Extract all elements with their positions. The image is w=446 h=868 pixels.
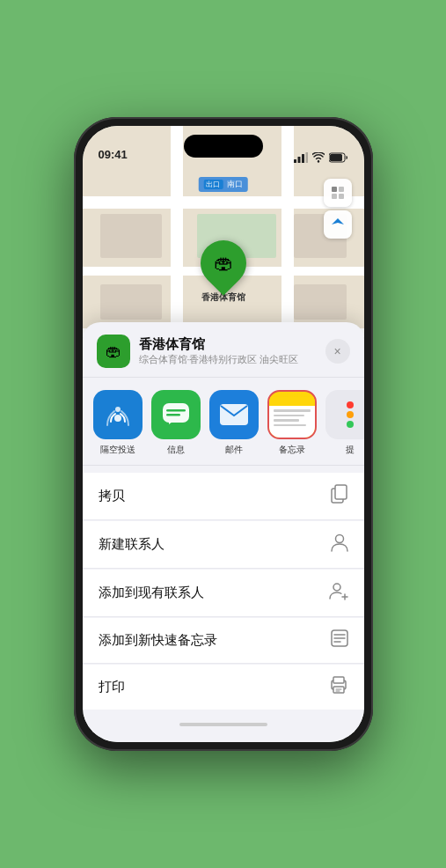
note-icon [331,629,348,651]
action-quick-note-label: 添加到新快速备忘录 [99,632,217,649]
wifi-icon [312,152,325,163]
signal-icon [294,152,308,163]
svg-point-11 [114,415,121,422]
messages-label: 信息 [167,444,185,456]
venue-info: 香港体育馆 综合体育馆·香港特别行政区 油尖旺区 [139,336,317,366]
battery-icon [329,152,348,163]
print-icon [329,676,348,698]
airdrop-app[interactable]: 隔空投送 [93,390,143,456]
svg-rect-1 [297,157,300,163]
person-icon [331,533,348,556]
mail-svg [219,403,249,426]
venue-subtitle: 综合体育馆·香港特别行政区 油尖旺区 [139,354,317,366]
dynamic-island [184,135,263,158]
phone-screen: 09:41 [83,126,364,742]
close-icon: × [333,344,340,358]
svg-rect-15 [166,414,180,416]
map-exit-label: 出口 南口 [198,177,248,192]
location-arrow-icon [331,217,345,232]
location-pin: 🏟 香港体育馆 [201,240,246,304]
svg-rect-7 [332,187,337,192]
action-new-contact-label: 新建联系人 [99,536,165,553]
action-quick-note[interactable]: 添加到新快速备忘录 [83,618,364,664]
action-print-label: 打印 [99,679,125,695]
location-button[interactable] [324,210,352,239]
mail-label: 邮件 [225,444,243,456]
svg-rect-13 [163,403,189,423]
action-copy[interactable]: 拷贝 [83,473,364,520]
more-label: 提 [346,444,355,456]
status-time: 09:41 [99,148,128,163]
notes-app[interactable]: 备忘录 [267,390,317,456]
action-add-existing-label: 添加到现有联系人 [99,585,204,601]
more-dots [347,401,354,428]
map-type-button[interactable] [324,179,352,207]
action-copy-label: 拷贝 [99,488,125,504]
messages-app[interactable]: 信息 [151,390,201,456]
person-add-icon [329,581,348,605]
action-add-existing[interactable]: 添加到现有联系人 [83,570,364,617]
svg-rect-14 [166,409,186,412]
dot-yellow [347,411,354,418]
home-indicator [83,714,364,735]
mail-app[interactable]: 邮件 [209,390,259,456]
action-print[interactable]: 打印 [83,665,364,710]
phone-frame: 09:41 [74,117,373,751]
action-list: 拷贝 新建联系人 [83,473,364,714]
svg-point-12 [115,407,121,412]
home-bar [179,723,267,726]
svg-point-4 [317,160,318,162]
svg-rect-2 [302,154,304,163]
location-header: 🏟 香港体育馆 综合体育馆·香港特别行政区 油尖旺区 × [83,322,364,378]
svg-rect-0 [294,159,296,163]
pin-circle: 🏟 [191,231,256,296]
svg-point-19 [335,535,343,543]
copy-icon [331,484,348,508]
dot-red [347,401,354,408]
pin-emoji: 🏟 [214,252,233,275]
close-button[interactable]: × [325,339,350,364]
dot-green [347,421,354,428]
svg-rect-29 [333,677,344,683]
svg-rect-8 [339,187,344,192]
svg-rect-18 [335,485,347,499]
svg-point-20 [333,584,340,591]
share-apps-row: 隔空投送 信息 [83,378,364,466]
more-app[interactable]: 提 [325,390,364,456]
map-controls [324,179,352,242]
airdrop-icon [93,390,143,439]
airdrop-svg [104,401,132,429]
svg-rect-3 [305,152,308,163]
mail-icon [209,390,259,439]
messages-icon [151,390,201,439]
status-icons [294,152,348,163]
svg-rect-6 [330,154,342,161]
airdrop-label: 隔空投送 [100,444,135,456]
notes-icon [267,390,317,439]
more-icon [325,390,364,439]
venue-icon: 🏟 [97,335,130,368]
svg-rect-9 [332,194,337,199]
svg-rect-10 [339,194,344,199]
notes-label: 备忘录 [279,444,305,456]
action-new-contact[interactable]: 新建联系人 [83,521,364,569]
messages-svg [162,402,190,427]
map-type-icon [331,186,345,200]
venue-name: 香港体育馆 [139,336,317,353]
bottom-sheet: 🏟 香港体育馆 综合体育馆·香港特别行政区 油尖旺区 × [83,322,364,742]
